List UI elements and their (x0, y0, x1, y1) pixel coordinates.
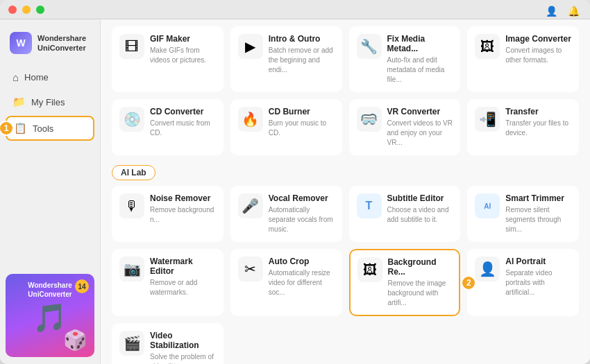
subtitle-editor-desc: Choose a video and add subtitle to it. (387, 205, 453, 225)
subtitle-editor-name: Subtitle Editor (387, 193, 453, 203)
intro-outro-name: Intro & Outro (269, 34, 335, 44)
promo-badge: 14 (75, 279, 89, 293)
smart-trimmer-icon: AI (475, 193, 500, 218)
background-remover-desc: Remove the image background with artifi.… (388, 279, 453, 308)
tool-card-intro-outro[interactable]: ▶ Intro & Outro Batch remove or add the … (230, 26, 342, 92)
noise-remover-desc: Remove background n... (150, 205, 216, 225)
auto-crop-name: Auto Crop (269, 257, 335, 266)
promo-visual: 🎵 (33, 302, 67, 334)
sidebar-item-my-files[interactable]: 📁 My Files (6, 91, 94, 113)
tools-grid-ai1: 🎙 Noise Remover Remove background n... 🎤… (112, 186, 579, 242)
vr-converter-icon: 🥽 (357, 107, 382, 132)
ai-portrait-icon: 👤 (475, 257, 500, 281)
ai-portrait-name: AI Portrait (505, 257, 571, 266)
fix-media-name: Fix Media Metad... (387, 34, 453, 53)
video-stabilization-desc: Solve the problem of video jitter. (150, 352, 216, 364)
tool-card-transfer[interactable]: 📲 Transfer Transfer your files to device… (467, 99, 579, 155)
vocal-remover-desc: Automatically separate vocals from music… (269, 205, 335, 234)
cd-converter-icon: 💿 (119, 107, 144, 132)
bell-icon[interactable]: 🔔 (565, 3, 582, 19)
vocal-remover-name: Vocal Remover (269, 193, 335, 203)
video-stabilization-name: Video Stabilization (150, 331, 216, 350)
ai-lab-badge: AI Lab (112, 165, 155, 180)
ai-portrait-desc: Separate video portraits with artificial… (505, 268, 571, 297)
tools-grid-row2: 💿 CD Converter Convert music from CD. 🔥 … (112, 99, 579, 155)
close-button[interactable] (8, 6, 17, 14)
step-2-badge: 2 (461, 275, 476, 291)
transfer-icon: 📲 (475, 107, 500, 132)
intro-outro-icon: ▶ (238, 34, 263, 59)
brand-logo: W Wondershare UniConverter (6, 26, 94, 64)
sidebar-item-tools-label: Tools (33, 123, 53, 134)
sidebar-item-files-label: My Files (31, 97, 65, 107)
tool-card-smart-trimmer[interactable]: AI Smart Trimmer Remove silent segments … (467, 186, 579, 242)
cd-converter-desc: Convert music from CD. (150, 119, 216, 138)
vr-converter-name: VR Converter (387, 107, 453, 116)
fix-media-icon: 🔧 (357, 34, 382, 59)
vocal-remover-icon: 🎤 (238, 193, 263, 218)
tool-card-vr-converter[interactable]: 🥽 VR Converter Convert videos to VR and … (349, 99, 461, 155)
gif-maker-name: GIF Maker (150, 34, 216, 44)
cd-burner-name: CD Burner (269, 107, 335, 116)
tool-card-image-converter[interactable]: 🖼 Image Converter Convert images to othe… (467, 26, 579, 92)
tool-card-cd-burner[interactable]: 🔥 CD Burner Burn your music to CD. (230, 99, 342, 155)
sidebar-item-tools[interactable]: 📋 Tools (6, 116, 94, 141)
minimize-button[interactable] (22, 6, 31, 14)
tool-card-ai-portrait[interactable]: 2 👤 AI Portrait Separate video portraits… (467, 249, 579, 316)
titlebar: 👤 🔔 (0, 0, 590, 19)
promo-graphic: 🎲 (63, 329, 87, 352)
watermark-editor-name: Watermark Editor (150, 257, 216, 276)
smart-trimmer-desc: Remove silent segments through sim... (505, 205, 571, 234)
tool-card-gif-maker[interactable]: 🎞 GIF Maker Make GIFs from videos or pic… (112, 26, 224, 92)
background-remover-icon: 🖼 (357, 257, 382, 282)
tool-card-vocal-remover[interactable]: 🎤 Vocal Remover Automatically separate v… (230, 186, 342, 242)
image-converter-icon: 🖼 (475, 34, 500, 59)
tools-icon: 📋 (14, 122, 27, 135)
tools-grid-ai2: 📷 Watermark Editor Remove or add waterma… (112, 249, 579, 316)
brand-icon: W (10, 32, 32, 54)
noise-remover-name: Noise Remover (150, 193, 216, 203)
image-converter-name: Image Converter (505, 34, 571, 44)
tools-grid-bottom: 🎬 Video Stabilization Solve the problem … (112, 323, 579, 364)
sidebar: W Wondershare UniConverter ⌂ Home 📁 My F… (0, 19, 101, 364)
user-icon[interactable]: 👤 (543, 3, 559, 19)
tool-card-watermark-editor[interactable]: 📷 Watermark Editor Remove or add waterma… (112, 249, 224, 316)
cd-burner-icon: 🔥 (238, 107, 263, 132)
home-icon: ⌂ (12, 71, 19, 83)
tool-card-noise-remover[interactable]: 🎙 Noise Remover Remove background n... (112, 186, 224, 242)
files-icon: 📁 (12, 96, 26, 108)
gif-maker-desc: Make GIFs from videos or pictures. (150, 46, 216, 65)
tool-card-video-stabilization[interactable]: 🎬 Video Stabilization Solve the problem … (112, 323, 224, 364)
tool-card-fix-media[interactable]: 🔧 Fix Media Metad... Auto-fix and edit m… (349, 26, 461, 92)
auto-crop-icon: ✂ (238, 257, 263, 281)
transfer-name: Transfer (505, 107, 571, 116)
brand-name: Wondershare UniConverter (37, 33, 86, 53)
video-stabilization-icon: 🎬 (119, 331, 144, 356)
tools-grid-row1: 🎞 GIF Maker Make GIFs from videos or pic… (112, 26, 579, 92)
vr-converter-desc: Convert videos to VR and enjoy on your V… (387, 119, 453, 148)
cd-burner-desc: Burn your music to CD. (269, 119, 335, 138)
sidebar-item-home-label: Home (24, 72, 49, 83)
transfer-desc: Transfer your files to device. (505, 119, 571, 138)
noise-remover-icon: 🎙 (119, 193, 144, 218)
sidebar-item-home[interactable]: ⌂ Home (6, 67, 94, 88)
gif-maker-icon: 🎞 (119, 34, 144, 59)
maximize-button[interactable] (36, 6, 44, 14)
cd-converter-name: CD Converter (150, 107, 216, 116)
watermark-editor-icon: 📷 (119, 257, 144, 281)
intro-outro-desc: Batch remove or add the begining and end… (269, 46, 335, 75)
promo-banner[interactable]: Wondershare UniConverter 14 🎵 🎲 (6, 274, 94, 357)
tool-card-background-remover[interactable]: 🖼 Background Re... Remove the image back… (349, 249, 461, 316)
fix-media-desc: Auto-fix and edit metadata of media file… (387, 55, 453, 85)
background-remover-name: Background Re... (388, 257, 453, 277)
promo-title: Wondershare UniConverter (28, 281, 72, 299)
tool-card-auto-crop[interactable]: ✂ Auto Crop Automatically resize video f… (230, 249, 342, 316)
subtitle-editor-icon: T (357, 193, 382, 218)
ai-lab-label: AI Lab (112, 162, 579, 186)
auto-crop-desc: Automatically resize video for different… (269, 268, 335, 297)
image-converter-desc: Convert images to other formats. (505, 46, 571, 65)
tool-card-cd-converter[interactable]: 💿 CD Converter Convert music from CD. (112, 99, 224, 155)
tool-card-subtitle-editor[interactable]: T Subtitle Editor Choose a video and add… (349, 186, 461, 242)
watermark-editor-desc: Remove or add watermarks. (150, 278, 216, 297)
smart-trimmer-name: Smart Trimmer (505, 193, 571, 203)
